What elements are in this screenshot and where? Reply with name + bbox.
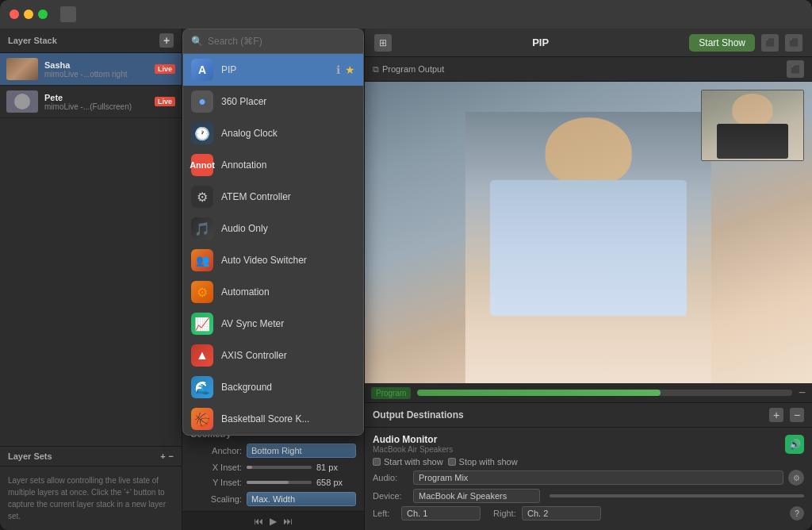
dropdown-item-automation[interactable]: ⚙ Automation — [183, 276, 363, 308]
anchor-select[interactable]: Bottom Right — [247, 444, 356, 458]
remove-destination-button[interactable]: − — [790, 408, 804, 422]
export-icon[interactable]: ⬛ — [761, 34, 779, 52]
device-volume-slider[interactable] — [550, 494, 804, 497]
layer-info-pete: Pete mimoLive -...(Fullscreen) — [44, 93, 148, 111]
volume-decrease-button[interactable]: − — [799, 386, 806, 400]
start-with-show-checkbox[interactable]: Start with show — [373, 457, 443, 467]
automation-icon: ⚙ — [191, 281, 213, 303]
start-with-show-check[interactable] — [373, 458, 381, 466]
dropdown-item-audio[interactable]: 🎵 Audio Only — [183, 213, 363, 244]
program-output-label: Program Output — [382, 64, 787, 74]
right-top-bar: ⊞ PIP Start Show ⬛ ⬛ — [365, 29, 812, 57]
layer-sets-header: Layer Sets + − — [0, 446, 182, 467]
right-channel-select[interactable]: Ch. 2 — [522, 506, 601, 520]
skip-forward-icon[interactable]: ⏭ — [283, 516, 293, 527]
audio-monitor-header: Audio Monitor MacBook Air Speakers 🔊 — [373, 434, 804, 454]
layer-thumb-sasha — [6, 58, 38, 80]
speaker-toggle-button[interactable]: 🔊 — [785, 435, 804, 454]
dropdown-item-clock[interactable]: 🕐 Analog Clock — [183, 117, 363, 149]
left-label: Left: — [373, 509, 396, 518]
left-panel: Layer Stack + Sasha mimoLive -...ottom r… — [0, 29, 182, 530]
audio-monitor-subtitle: MacBook Air Speakers — [373, 445, 453, 454]
output-destinations: Output Destinations + − Audio Monitor Ma… — [365, 402, 812, 530]
stop-with-show-checkbox[interactable]: Stop with show — [448, 457, 518, 467]
audio-settings-icon[interactable]: ⚙ — [788, 470, 804, 486]
add-layer-set-button[interactable]: + — [160, 451, 165, 461]
grid-icon[interactable]: ⊞ — [374, 34, 392, 52]
layer-stack-header: Layer Stack + — [0, 29, 182, 53]
layer-item-sasha[interactable]: Sasha mimoLive -...ottom right Live — [0, 53, 182, 86]
main-person-figure — [465, 112, 711, 383]
remove-layer-set-button[interactable]: − — [169, 451, 174, 461]
settings-icon[interactable]: ⬛ — [785, 34, 802, 52]
device-row: Device: MacBook Air Speakers — [373, 489, 804, 503]
dropdown-item-avsync[interactable]: 📈 AV Sync Meter — [183, 308, 363, 340]
scaling-select[interactable]: Max. Width — [247, 492, 356, 506]
fullscreen-button[interactable] — [38, 10, 48, 19]
right-panel: ⊞ PIP Start Show ⬛ ⬛ ⧉ Program Output ⬛ — [365, 29, 812, 530]
dropdown-label-audio: Audio Only — [221, 223, 355, 234]
left-channel-select[interactable]: Ch. 1 — [401, 506, 481, 520]
dropdown-item-annotation[interactable]: Annot Annotation — [183, 149, 363, 181]
layer-sets-label: Layer Sets — [8, 451, 52, 461]
program-output-header: ⧉ Program Output ⬛ — [365, 57, 812, 82]
basketball-icon: 🏀 — [191, 408, 213, 430]
dropdown-item-basketball[interactable]: 🏀 Basketball Score K... — [183, 403, 363, 435]
dropdown-item-axis[interactable]: ▲ AXIS Controller — [183, 340, 363, 371]
y-inset-value: 658 px — [316, 478, 356, 487]
scaling-label: Scaling: — [190, 494, 242, 504]
avsync-icon: 📈 — [191, 313, 213, 335]
search-icon: 🔍 — [191, 36, 203, 47]
audio-monitor-title: Audio Monitor — [373, 434, 453, 445]
autovideo-icon: 👥 — [191, 249, 213, 271]
audio-monitor-title-group: Audio Monitor MacBook Air Speakers — [373, 434, 453, 454]
layer-name-sasha: Sasha — [44, 60, 148, 70]
layer-item-pete[interactable]: Pete mimoLive -...(Fullscreen) Live — [0, 86, 182, 118]
anchor-row: Anchor: Bottom Right — [190, 444, 356, 458]
pip-title: PIP — [392, 36, 689, 48]
channels-row: Left: Ch. 1 Right: Ch. 2 ? — [373, 506, 804, 520]
app-window: Layer Stack + Sasha mimoLive -...ottom r… — [0, 0, 812, 530]
audio-monitor-section: Audio Monitor MacBook Air Speakers 🔊 Sta… — [365, 428, 812, 530]
minimize-button[interactable] — [24, 10, 33, 19]
start-show-button[interactable]: Start Show — [689, 34, 755, 52]
left-bottom: Layer Sets + − Layer sets allow controll… — [0, 118, 182, 530]
titlebar — [0, 0, 812, 29]
x-inset-slider[interactable] — [247, 462, 312, 473]
info-icon[interactable]: ℹ — [336, 63, 340, 76]
dropdown-item-autovideo[interactable]: 👥 Auto Video Switcher — [183, 244, 363, 276]
app-icon — [60, 6, 76, 22]
star-icon[interactable]: ★ — [345, 63, 355, 76]
layer-name-pete: Pete — [44, 93, 148, 102]
layer-info-sasha: Sasha mimoLive -...ottom right — [44, 60, 148, 79]
help-button[interactable]: ? — [790, 506, 804, 520]
play-icon[interactable]: ▶ — [270, 516, 277, 527]
y-inset-slider[interactable] — [247, 477, 312, 488]
skip-back-icon[interactable]: ⏮ — [254, 516, 263, 527]
x-inset-value: 81 px — [316, 463, 356, 472]
add-destination-button[interactable]: + — [769, 408, 783, 422]
add-layer-button[interactable]: + — [159, 33, 174, 48]
progress-track[interactable] — [417, 390, 791, 396]
stop-with-show-label: Stop with show — [459, 457, 518, 467]
dropdown-item-360[interactable]: ● 360 Placer — [183, 86, 363, 117]
program-output-section: ⧉ Program Output ⬛ — [365, 57, 812, 530]
stop-with-show-check[interactable] — [448, 458, 456, 466]
background-icon: 🌊 — [191, 376, 213, 398]
close-button[interactable] — [10, 10, 19, 19]
dest-controls: + − — [769, 408, 804, 422]
search-input[interactable] — [208, 36, 355, 47]
dropdown-label-automation: Automation — [221, 286, 355, 298]
pip-icon: A — [191, 59, 213, 81]
dropdown-item-background[interactable]: 🌊 Background — [183, 371, 363, 403]
device-select[interactable]: MacBook Air Speakers — [413, 489, 540, 503]
dropdown-label-atem: ATEM Controller — [221, 191, 355, 202]
fullscreen-icon[interactable]: ⬛ — [787, 60, 804, 78]
y-inset-label: Y Inset: — [190, 478, 242, 487]
layer-sets-description: Layer sets allow controlling the live st… — [0, 467, 182, 530]
dropdown-item-pip[interactable]: A PIP ℹ ★ — [183, 54, 363, 86]
audio-source-select[interactable]: Program Mix — [413, 470, 783, 485]
dropdown-item-atem[interactable]: ⚙ ATEM Controller — [183, 181, 363, 213]
layer-picker-dropdown: 🔍 A PIP ℹ ★ ● 360 Placer 🕐 — [182, 29, 364, 436]
dropdown-label-annotation: Annotation — [221, 159, 355, 171]
